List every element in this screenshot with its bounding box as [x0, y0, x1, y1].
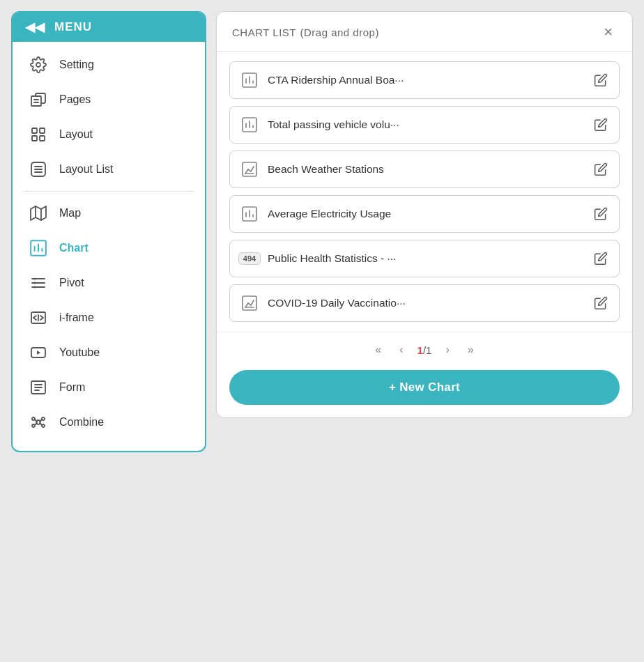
- chart-item-name: Total passing vehicle volu···: [268, 118, 584, 131]
- chart-item[interactable]: 494 Public Health Statistics - ···: [229, 240, 620, 277]
- svg-rect-50: [243, 162, 256, 176]
- svg-point-0: [36, 63, 40, 67]
- chart-item[interactable]: Beach Weather Stations: [229, 151, 620, 188]
- panel-header: CHART LIST (Drag and drop) ×: [217, 12, 632, 52]
- combine-icon: [29, 413, 48, 432]
- bar-chart-icon: [240, 204, 259, 224]
- sidebar-item-label: i-frame: [59, 311, 94, 324]
- svg-rect-56: [243, 296, 256, 310]
- svg-rect-7: [40, 136, 45, 141]
- sidebar-menu: Setting Pages: [13, 42, 205, 451]
- edit-icon[interactable]: [592, 295, 609, 311]
- new-chart-button[interactable]: + New Chart: [229, 370, 620, 405]
- sidebar-item-label: Combine: [59, 416, 104, 429]
- sidebar-item-form[interactable]: Form: [13, 370, 205, 405]
- sidebar-item-map[interactable]: Map: [13, 196, 205, 231]
- sidebar-item-pivot[interactable]: Pivot: [13, 265, 205, 300]
- chart-item-name: Beach Weather Stations: [268, 163, 584, 176]
- bar-chart-icon: [240, 70, 259, 90]
- edit-icon[interactable]: [592, 161, 609, 178]
- panel-title-text: CHART LIST (Drag and drop): [232, 25, 379, 39]
- pivot-icon: [29, 273, 48, 293]
- sidebar-item-setting[interactable]: Setting: [13, 47, 205, 82]
- layout-icon: [29, 125, 48, 144]
- pages-icon: [29, 90, 48, 109]
- chart-list: CTA Ridership Annual Boa··· Total passin…: [217, 52, 632, 332]
- svg-rect-5: [40, 128, 45, 133]
- edit-icon[interactable]: [592, 206, 609, 222]
- sidebar-item-layout[interactable]: Layout: [13, 117, 205, 152]
- bar-up-chart-icon: [240, 160, 259, 179]
- svg-point-24: [34, 286, 36, 288]
- chart-item-name: Public Health Statistics - ···: [268, 252, 584, 265]
- svg-point-22: [34, 278, 36, 280]
- sidebar-item-iframe[interactable]: i-frame: [13, 300, 205, 335]
- chart-item-name: CTA Ridership Annual Boa···: [268, 74, 584, 86]
- map-icon: [29, 203, 48, 223]
- chart-list-panel: CHART LIST (Drag and drop) × CTA Ridersh…: [216, 11, 633, 418]
- edit-icon[interactable]: [592, 250, 609, 267]
- svg-point-23: [34, 282, 36, 284]
- sidebar-item-label: Pages: [59, 93, 91, 106]
- chart-item[interactable]: CTA Ridership Annual Boa···: [229, 61, 620, 99]
- edit-icon[interactable]: [592, 116, 609, 133]
- chart-item-name: COVID-19 Daily Vaccinatio···: [268, 297, 584, 309]
- sidebar-item-chart[interactable]: Chart: [13, 231, 205, 265]
- youtube-icon: [29, 343, 48, 362]
- next-page-button[interactable]: ›: [441, 341, 453, 359]
- chart-item-name: Average Electricity Usage: [268, 208, 584, 220]
- svg-line-38: [35, 419, 37, 422]
- total-pages: 1: [426, 344, 431, 356]
- badge-number-icon: 494: [240, 249, 259, 268]
- sidebar-item-label: Form: [59, 381, 85, 394]
- sidebar-item-label: Map: [59, 207, 81, 220]
- back-button[interactable]: ◀◀: [22, 20, 47, 35]
- pagination: « ‹ 1/1 › »: [217, 332, 632, 370]
- gear-icon: [29, 55, 48, 75]
- sidebar-item-combine[interactable]: Combine: [13, 405, 205, 440]
- sidebar-item-layout-list[interactable]: Layout List: [13, 152, 205, 187]
- sidebar-item-label: Pivot: [59, 277, 84, 289]
- chart-item[interactable]: COVID-19 Daily Vaccinatio···: [229, 284, 620, 322]
- chart-icon: [29, 238, 48, 258]
- bar-chart-icon: [240, 115, 259, 134]
- divider: [24, 191, 194, 192]
- sidebar-item-label: Layout List: [59, 163, 113, 176]
- sidebar-item-label: Chart: [59, 242, 89, 254]
- layout-list-icon: [29, 160, 48, 179]
- current-page: 1: [417, 344, 423, 356]
- panel-title: CHART LIST (Drag and drop): [232, 25, 379, 40]
- sidebar: ◀◀ MENU Setting Pages: [11, 11, 206, 452]
- iframe-icon: [29, 308, 48, 328]
- svg-rect-6: [32, 136, 37, 141]
- close-button[interactable]: ×: [599, 23, 617, 41]
- chart-item[interactable]: Average Electricity Usage: [229, 195, 620, 233]
- svg-rect-4: [32, 128, 37, 133]
- sidebar-item-youtube[interactable]: Youtube: [13, 335, 205, 370]
- svg-rect-1: [31, 96, 41, 106]
- edit-icon[interactable]: [592, 72, 609, 88]
- chart-item[interactable]: Total passing vehicle volu···: [229, 106, 620, 144]
- form-icon: [29, 378, 48, 397]
- first-page-button[interactable]: «: [371, 341, 385, 359]
- page-info: 1/1: [417, 344, 432, 356]
- svg-marker-28: [37, 351, 40, 355]
- sidebar-header: ◀◀ MENU: [13, 13, 205, 42]
- svg-line-40: [35, 423, 37, 425]
- sidebar-title: MENU: [54, 20, 92, 34]
- svg-line-39: [40, 419, 42, 422]
- prev-page-button[interactable]: ‹: [395, 341, 407, 359]
- sidebar-item-pages[interactable]: Pages: [13, 82, 205, 117]
- last-page-button[interactable]: »: [463, 341, 478, 359]
- sidebar-item-label: Layout: [59, 128, 93, 141]
- svg-marker-12: [31, 206, 46, 220]
- sidebar-item-label: Setting: [59, 59, 94, 71]
- bar-up-chart-icon: [240, 293, 259, 313]
- sidebar-item-label: Youtube: [59, 346, 100, 359]
- svg-line-41: [40, 423, 42, 425]
